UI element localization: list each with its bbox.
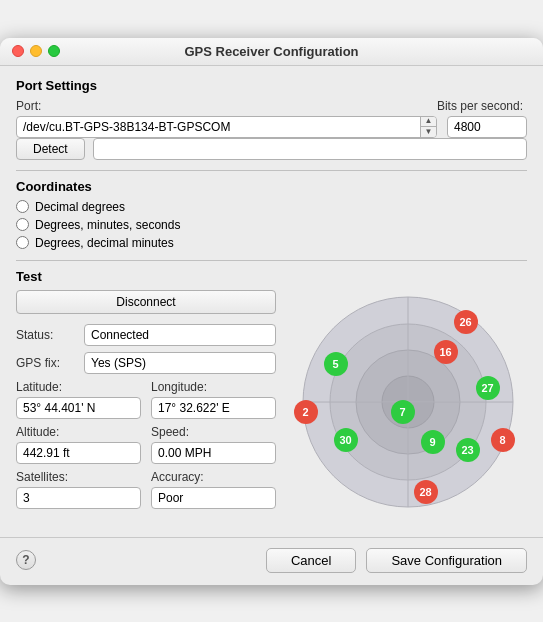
accuracy-item: Accuracy: [151, 470, 276, 509]
satellite-8: 8 [491, 428, 515, 452]
radio-dms-label: Degrees, minutes, seconds [35, 218, 180, 232]
radio-dms[interactable]: Degrees, minutes, seconds [16, 218, 527, 232]
port-settings-section: Port Settings Port: Bits per second: ▲ ▼… [16, 78, 527, 160]
radio-ddm-label: Degrees, decimal minutes [35, 236, 174, 250]
port-settings-label: Port Settings [16, 78, 527, 93]
gps-fix-input[interactable] [84, 352, 276, 374]
accuracy-input[interactable] [151, 487, 276, 509]
window-title: GPS Receiver Configuration [184, 44, 358, 59]
maximize-button[interactable] [48, 45, 60, 57]
bps-input[interactable] [448, 117, 527, 137]
latitude-item: Latitude: [16, 380, 141, 419]
radio-ddm-input[interactable] [16, 236, 29, 249]
speed-item: Speed: [151, 425, 276, 464]
port-spinner[interactable]: ▲ ▼ [420, 117, 436, 137]
radio-ddm[interactable]: Degrees, decimal minutes [16, 236, 527, 250]
radio-dms-input[interactable] [16, 218, 29, 231]
test-section: Test Disconnect Status: GPS fix: [16, 269, 527, 515]
altitude-input[interactable] [16, 442, 141, 464]
radio-decimal-degrees-input[interactable] [16, 200, 29, 213]
port-label: Port: [16, 99, 41, 113]
satellite-30: 30 [334, 428, 358, 452]
altitude-item: Altitude: [16, 425, 141, 464]
gps-fix-label: GPS fix: [16, 356, 76, 370]
port-input-wrap: ▲ ▼ [16, 116, 437, 138]
coordinates-section: Coordinates Decimal degrees Degrees, min… [16, 179, 527, 250]
satellites-label: Satellites: [16, 470, 141, 484]
sat-accuracy-row: Satellites: Accuracy: [16, 470, 276, 509]
test-left-column: Disconnect Status: GPS fix: Latitude: [16, 290, 276, 515]
traffic-lights [12, 45, 60, 57]
latitude-label: Latitude: [16, 380, 141, 394]
satellite-radar: 26165272730923828 [298, 292, 518, 512]
disconnect-button[interactable]: Disconnect [16, 290, 276, 314]
content-area: Port Settings Port: Bits per second: ▲ ▼… [0, 66, 543, 527]
longitude-item: Longitude: [151, 380, 276, 419]
port-spinner-up[interactable]: ▲ [421, 117, 436, 128]
longitude-input[interactable] [151, 397, 276, 419]
bps-input-wrap: ▲ ▼ [447, 116, 527, 138]
save-configuration-button[interactable]: Save Configuration [366, 548, 527, 573]
satellite-dots: 26165272730923828 [298, 292, 518, 512]
latitude-input[interactable] [16, 397, 141, 419]
port-inputs-row: ▲ ▼ ▲ ▼ [16, 116, 527, 138]
alt-speed-row: Altitude: Speed: [16, 425, 276, 464]
radio-decimal-degrees[interactable]: Decimal degrees [16, 200, 527, 214]
help-button[interactable]: ? [16, 550, 36, 570]
status-label: Status: [16, 328, 76, 342]
satellite-23: 23 [456, 438, 480, 462]
satellite-26: 26 [454, 310, 478, 334]
bps-label: Bits per second: [437, 99, 527, 113]
bottom-bar: ? Cancel Save Configuration [0, 537, 543, 585]
main-window: GPS Receiver Configuration Port Settings… [0, 38, 543, 585]
coordinates-radio-group: Decimal degrees Degrees, minutes, second… [16, 200, 527, 250]
gps-fix-row: GPS fix: [16, 352, 276, 374]
satellite-7: 7 [391, 400, 415, 424]
satellites-input[interactable] [16, 487, 141, 509]
divider-1 [16, 170, 527, 171]
radar-area: 26165272730923828 [288, 290, 527, 515]
cancel-button[interactable]: Cancel [266, 548, 356, 573]
divider-2 [16, 260, 527, 261]
satellite-5: 5 [324, 352, 348, 376]
satellite-2: 2 [294, 400, 318, 424]
status-row: Status: [16, 324, 276, 346]
accuracy-label: Accuracy: [151, 470, 276, 484]
coordinates-label: Coordinates [16, 179, 527, 194]
status-input[interactable] [84, 324, 276, 346]
satellites-item: Satellites: [16, 470, 141, 509]
speed-input[interactable] [151, 442, 276, 464]
titlebar: GPS Receiver Configuration [0, 38, 543, 66]
bottom-buttons: Cancel Save Configuration [266, 548, 527, 573]
minimize-button[interactable] [30, 45, 42, 57]
port-input[interactable] [17, 117, 420, 137]
altitude-label: Altitude: [16, 425, 141, 439]
port-spinner-down[interactable]: ▼ [421, 127, 436, 137]
detect-button[interactable]: Detect [16, 138, 85, 160]
lat-lon-row: Latitude: Longitude: [16, 380, 276, 419]
speed-label: Speed: [151, 425, 276, 439]
satellite-16: 16 [434, 340, 458, 364]
longitude-label: Longitude: [151, 380, 276, 394]
detect-progress-bar [93, 138, 527, 160]
test-section-label: Test [16, 269, 527, 284]
detect-row: Detect [16, 138, 527, 160]
satellite-27: 27 [476, 376, 500, 400]
satellite-28: 28 [414, 480, 438, 504]
port-labels-row: Port: Bits per second: [16, 99, 527, 113]
radio-decimal-degrees-label: Decimal degrees [35, 200, 125, 214]
satellite-9: 9 [421, 430, 445, 454]
test-top-area: Disconnect Status: GPS fix: Latitude: [16, 290, 527, 515]
close-button[interactable] [12, 45, 24, 57]
